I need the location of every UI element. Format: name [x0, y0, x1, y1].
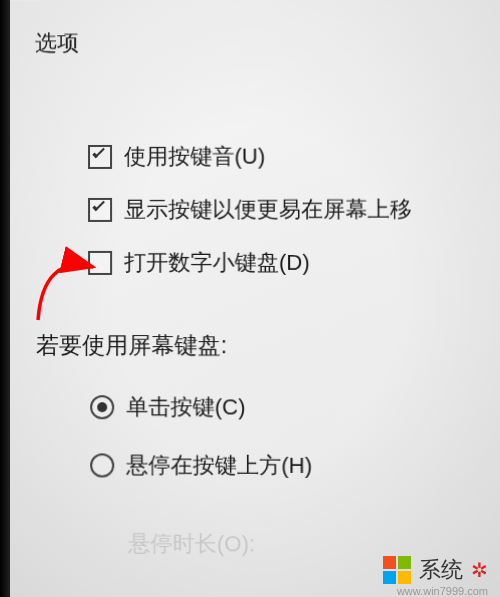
checkbox-label: 显示按键以便更易在屏幕上移 — [124, 194, 412, 224]
checkbox-icon[interactable] — [88, 198, 112, 222]
radio-row-click-keys[interactable]: 单击按键(C) — [90, 392, 245, 422]
checkbox-label: 使用按键音(U) — [124, 142, 265, 172]
watermark-text: 系统 — [419, 555, 463, 585]
screen-left-edge — [0, 0, 10, 597]
watermark-domain: www.win7999.com — [397, 585, 488, 597]
dialog-screen: 选项 使用按键音(U) 显示按键以便更易在屏幕上移 打开数字小键盘(D) 若要使… — [10, 0, 500, 597]
checkbox-row-numeric-keypad[interactable]: 打开数字小键盘(D) — [88, 248, 310, 278]
radio-icon[interactable] — [90, 395, 114, 419]
hover-duration-label: 悬停时长(O): — [128, 529, 255, 560]
watermark: 系统 ✲ — [383, 555, 488, 585]
microsoft-logo-icon — [383, 556, 411, 584]
checkbox-row-show-keys[interactable]: 显示按键以便更易在屏幕上移 — [88, 194, 412, 224]
section-label-keyboard-mode: 若要使用屏幕键盘: — [36, 330, 227, 361]
checkbox-icon[interactable] — [88, 251, 112, 275]
checkbox-label: 打开数字小键盘(D) — [124, 248, 310, 278]
radio-row-hover-keys[interactable]: 悬停在按键上方(H) — [90, 450, 312, 481]
screen-vignette — [10, 0, 500, 597]
radio-label: 单击按键(C) — [126, 392, 245, 422]
radio-icon[interactable] — [90, 453, 114, 477]
radio-label: 悬停在按键上方(H) — [126, 450, 312, 481]
flower-icon: ✲ — [471, 558, 488, 582]
checkbox-row-use-key-sound[interactable]: 使用按键音(U) — [88, 142, 265, 172]
checkbox-icon[interactable] — [88, 145, 112, 169]
dialog-title: 选项 — [35, 28, 79, 58]
